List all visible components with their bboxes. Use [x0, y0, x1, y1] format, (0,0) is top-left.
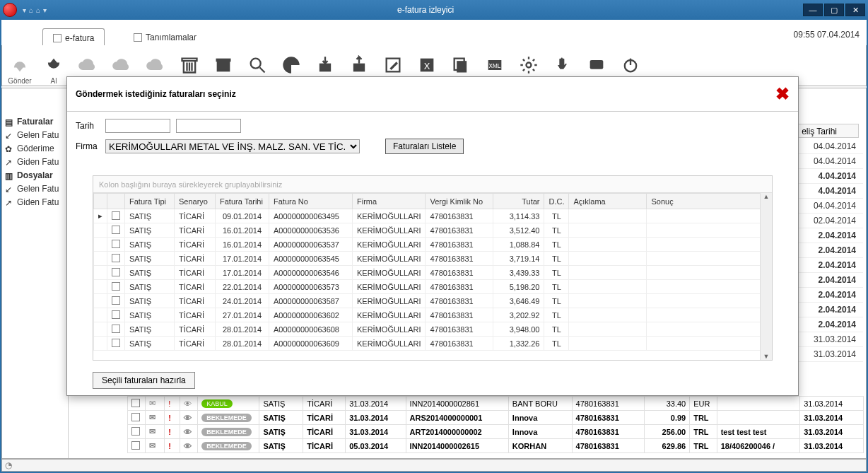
row-checkbox[interactable]: [128, 397, 146, 411]
col-fatura-tipi[interactable]: Fatura Tipi: [125, 194, 175, 209]
row-checkbox[interactable]: [107, 322, 125, 337]
col-aciklama[interactable]: Açıklama: [569, 194, 647, 209]
cell-tutar: 3,948.00: [493, 322, 544, 337]
ribbon-btn-delete[interactable]: [177, 55, 201, 76]
row-checkbox[interactable]: [107, 252, 125, 266]
close-button[interactable]: ✕: [845, 4, 865, 16]
invoice-row[interactable]: SATIŞTİCARİ17.01.2014A00000000063546KERİ…: [94, 266, 772, 280]
row-checkbox[interactable]: [128, 411, 146, 425]
col-senaryo[interactable]: Senaryo: [175, 194, 216, 209]
invoice-row[interactable]: SATIŞTİCARİ16.01.2014A00000000063537KERİ…: [94, 238, 772, 252]
date-to-input[interactable]: [176, 119, 241, 133]
ribbon-btn-power[interactable]: [618, 55, 643, 76]
row-checkbox[interactable]: [107, 209, 125, 223]
ribbon-btn-search[interactable]: [245, 55, 269, 76]
status-gear-icon[interactable]: ◔: [5, 460, 12, 470]
ribbon-btn-excel[interactable]: X: [415, 55, 439, 76]
cell-acik: [717, 411, 800, 425]
label-firma: Firma: [76, 141, 100, 151]
invoice-row[interactable]: SATIŞTİCARİ27.01.2014A00000000063602KERİ…: [94, 308, 772, 322]
ribbon-btn-send[interactable]: [8, 55, 32, 76]
row-checkbox[interactable]: [107, 280, 125, 294]
col-dc[interactable]: D.C.: [544, 194, 569, 209]
ribbon-btn-copy[interactable]: [449, 55, 473, 76]
ribbon-btn-cloud-x[interactable]: [110, 55, 134, 76]
nav-arrows: ▾⌂⌂▾: [21, 5, 48, 15]
ribbon-btn-chart[interactable]: [279, 55, 303, 76]
row-checkbox[interactable]: [107, 266, 125, 280]
svg-rect-1: [216, 58, 231, 62]
maximize-button[interactable]: ▢: [824, 4, 844, 16]
sidebar-item-giden-fatura-2[interactable]: ↗ Giden Fatu: [5, 197, 65, 207]
row-checkbox[interactable]: [128, 425, 146, 439]
cell-gtar: 31.03.2014: [800, 425, 864, 439]
ribbon-btn-download[interactable]: [313, 55, 337, 76]
row-checkbox[interactable]: [107, 308, 125, 322]
cell-sen: TİCARİ: [303, 425, 346, 439]
modal-close-button[interactable]: ✖: [775, 84, 790, 104]
ribbon-btn-xml[interactable]: XML: [483, 55, 507, 76]
col-tutar[interactable]: Tutar: [493, 194, 544, 209]
invoice-row[interactable]: ▸SATIŞTİCARİ09.01.2014A00000000063495KER…: [94, 209, 772, 223]
row-marker: [94, 266, 107, 280]
row-checkbox[interactable]: [107, 294, 125, 308]
mail-icon[interactable]: ✉: [145, 425, 165, 439]
ribbon-btn-message[interactable]: [585, 55, 609, 76]
sidebar-item-gelen-fatura[interactable]: ↙ Gelen Fatu: [5, 130, 65, 140]
col-header-gelis-tarihi[interactable]: eliş Tarihi: [797, 124, 859, 138]
col-fatura-no[interactable]: Fatura No: [269, 194, 353, 209]
date-from-input[interactable]: [105, 119, 170, 133]
sidebar-item-giden-fatura[interactable]: ↗ Giden Fatu: [5, 157, 65, 167]
view-icon[interactable]: 👁: [180, 397, 198, 411]
invoice-row[interactable]: SATIŞTİCARİ16.01.2014A00000000063536KERİ…: [94, 223, 772, 238]
titlebar[interactable]: ▾⌂⌂▾ e-fatura izleyici — ▢ ✕: [0, 0, 868, 20]
group-by-hint[interactable]: Kolon başlığını buraya sürekleyerek grup…: [93, 176, 772, 193]
row-checkbox[interactable]: [107, 238, 125, 252]
tab-tanimlamalar[interactable]: Tanımlamalar: [124, 28, 206, 47]
col-fatura-tarihi[interactable]: Fatura Tarihi: [216, 194, 269, 209]
invoice-row[interactable]: SATIŞTİCARİ24.01.2014A00000000063587KERİ…: [94, 294, 772, 308]
firma-select[interactable]: KERİMOĞULLARI METAL VE İNŞ. MALZ. SAN. V…: [105, 139, 360, 153]
row-checkbox[interactable]: [128, 439, 146, 453]
mail-icon[interactable]: ✉: [145, 411, 165, 425]
main-grid-row[interactable]: ✉!👁BEKLEMEDESATIŞTİCARİ05.03.2014INN2014…: [128, 439, 864, 453]
row-checkbox[interactable]: [107, 223, 125, 238]
cell-no: ART2014000000002: [406, 425, 508, 439]
invoice-row[interactable]: SATIŞTİCARİ28.01.2014A00000000063608KERİ…: [94, 322, 772, 337]
ribbon-btn-settings[interactable]: [517, 55, 541, 76]
invoice-row[interactable]: SATIŞTİCARİ22.01.2014A00000000063573KERİ…: [94, 280, 772, 294]
ribbon-btn-receive[interactable]: [42, 55, 66, 76]
invoice-row[interactable]: SATIŞTİCARİ28.01.2014A00000000063609KERİ…: [94, 337, 772, 351]
sidebar-item-gelen-fatura-2[interactable]: ↙ Gelen Fatu: [5, 184, 65, 194]
mail-icon[interactable]: ✉: [145, 397, 165, 411]
main-grid-row[interactable]: ✉!👁KABULSATIŞTİCARİ31.03.2014INN20140000…: [128, 397, 864, 411]
sidebar-item-goderime[interactable]: ✿ Göderime: [5, 144, 65, 153]
col-vkn[interactable]: Vergi Kimlik No: [426, 194, 493, 209]
ribbon-btn-upload[interactable]: [347, 55, 371, 76]
col-sonuc[interactable]: Sonuç: [647, 194, 772, 209]
tab-efatura[interactable]: e-fatura: [42, 28, 105, 47]
mail-icon[interactable]: ✉: [145, 439, 165, 453]
ribbon-btn-archive[interactable]: [211, 55, 235, 76]
view-icon[interactable]: 👁: [180, 411, 198, 425]
col-checkbox[interactable]: [107, 194, 125, 209]
view-icon[interactable]: 👁: [180, 425, 198, 439]
datetime-display: 09:55 07.04.2014: [794, 30, 860, 40]
list-invoices-button[interactable]: Faturaları Listele: [385, 139, 464, 154]
ribbon-btn-cloud-help[interactable]: [143, 55, 168, 76]
cell-tutar: 3,439.33: [493, 266, 544, 280]
col-firma[interactable]: Firma: [353, 194, 426, 209]
cell-aciklama: [569, 252, 647, 266]
main-grid-row[interactable]: ✉!👁BEKLEMEDESATIŞTİCARİ31.03.2014ART2014…: [128, 425, 864, 439]
grid-scrollbar[interactable]: [760, 193, 772, 360]
invoice-row[interactable]: SATIŞTİCARİ17.01.2014A00000000063545KERİ…: [94, 252, 772, 266]
row-checkbox[interactable]: [107, 337, 125, 351]
cell-vkn: 4780163831: [426, 337, 493, 351]
view-icon[interactable]: 👁: [180, 439, 198, 453]
prepare-selected-button[interactable]: Seçili faturaları hazırla: [93, 372, 195, 389]
main-grid-row[interactable]: ✉!👁BEKLEMEDESATIŞTİCARİ31.03.2014ARS2014…: [128, 411, 864, 425]
ribbon-btn-cloud-check[interactable]: [76, 55, 100, 76]
ribbon-btn-edit[interactable]: [381, 55, 405, 76]
minimize-button[interactable]: —: [803, 4, 823, 16]
ribbon-btn-hand[interactable]: [551, 55, 575, 76]
